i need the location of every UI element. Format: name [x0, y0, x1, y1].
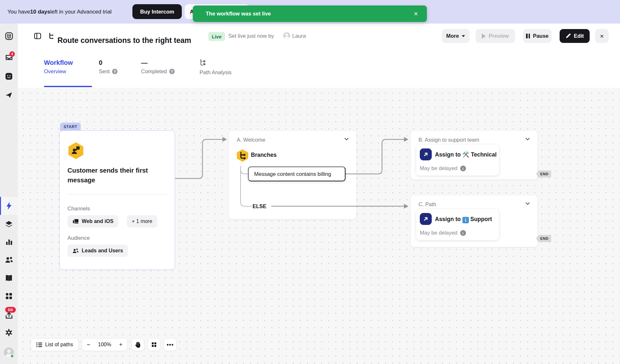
node-a-title: A. Welcome [237, 137, 265, 143]
workflow-type-icon [48, 32, 55, 41]
delay-text: May be delayed [420, 165, 458, 171]
node-c-title: C. Path [418, 201, 436, 207]
sidebar-item-home[interactable] [0, 32, 18, 41]
assign-step-card[interactable]: Assign to 🛠️ Technical May be delayedi [416, 145, 499, 176]
tab-workflow-overview[interactable]: Workflow Overview [44, 59, 73, 75]
sidebar-item-apps[interactable] [0, 291, 18, 300]
channel-chip-label: Web and iOS [82, 218, 113, 224]
app-sidebar: 4 5/6 [0, 24, 18, 364]
info-emoji: i [462, 217, 469, 223]
trial-days-left: 10 days [30, 9, 50, 15]
team-name: Technical [471, 151, 496, 158]
sidebar-item-outbound-send[interactable] [0, 90, 18, 99]
trial-banner-text: You have 10 days left in your Advanced t… [7, 0, 112, 24]
tab-bottom-label: Path Analysis [200, 69, 232, 76]
sidebar-item-automation[interactable] [0, 201, 18, 210]
info-icon[interactable]: i [460, 230, 466, 236]
assign-step-card[interactable]: Assign to i Support May be delayedi [416, 209, 499, 240]
pause-button[interactable]: Pause [523, 29, 552, 43]
avatar-head-glyph [7, 349, 11, 353]
inbox-count-badge: 4 [9, 51, 15, 57]
close-workflow-button[interactable]: × [595, 29, 609, 43]
sidebar-item-knowledge-base[interactable] [0, 274, 18, 283]
pause-icon [526, 34, 530, 38]
gear-icon [5, 329, 13, 337]
team-name: Support [470, 216, 492, 222]
tab-bottom-label: Sent [99, 68, 110, 75]
first-message-trigger-icon [67, 142, 84, 160]
toast-message: The workflow was set live [206, 11, 271, 17]
tab-path-analysis[interactable]: Path Analysis [200, 59, 232, 76]
sidebar-item-reports[interactable] [0, 238, 18, 247]
intercom-workflow-window: You have 10 days left in your Advanced t… [0, 0, 620, 364]
sidebar-item-inbox[interactable] [0, 53, 18, 62]
zoom-out-button[interactable]: − [82, 341, 95, 349]
chevron-down-icon[interactable] [525, 201, 530, 207]
people-icon [5, 256, 13, 264]
preview-button[interactable]: Preview [476, 29, 515, 43]
start-badge: START [60, 123, 81, 131]
chevron-down-icon[interactable] [344, 136, 349, 143]
start-node-title: Customer sends their first message [67, 166, 164, 185]
pause-button-label: Pause [533, 33, 549, 39]
tab-bottom-label: Completed [141, 68, 167, 75]
assign-step-label: Assign to i Support [435, 216, 492, 223]
live-status-badge: Live [208, 32, 225, 41]
toast-close-button[interactable]: × [410, 5, 422, 22]
more-channels-chip[interactable]: + 1 more [127, 215, 157, 228]
chevron-down-icon[interactable] [525, 136, 530, 143]
online-status-dot [10, 354, 14, 358]
branch-condition-chip[interactable]: Message content contains billing [248, 167, 346, 181]
preview-button-label: Preview [489, 33, 509, 39]
grid-view-button[interactable] [148, 338, 160, 351]
trial-text-suffix: left in your Advanced trial [50, 9, 112, 15]
delay-warning: May be delayedi [420, 230, 466, 236]
assign-arrow-icon [420, 148, 432, 160]
sidebar-item-knowledge-layers[interactable] [0, 219, 18, 228]
info-icon[interactable]: i [460, 166, 466, 171]
buy-intercom-button[interactable]: Buy Intercom [132, 4, 182, 19]
else-branch-label: ELSE [253, 203, 266, 209]
panel-toggle-icon [34, 32, 41, 40]
workflow-canvas[interactable]: START Customer sends their first message… [18, 88, 620, 364]
zoom-control: − 100% + [82, 338, 128, 351]
edit-button[interactable]: Edit [560, 29, 590, 43]
page-title: Route conversations to the right team [57, 36, 191, 45]
tab-completed[interactable]: — Completed? [141, 59, 175, 75]
author-name: Laura [292, 33, 306, 39]
tab-bottom-label: Overview [44, 68, 66, 75]
node-b-assign-support[interactable]: B. Assign to support team Assign to 🛠️ T… [410, 130, 538, 180]
sidebar-item-settings[interactable] [0, 328, 18, 337]
book-icon [5, 274, 13, 282]
tab-sent[interactable]: 0 Sent? [99, 59, 118, 75]
help-icon[interactable]: ? [112, 69, 118, 74]
apps-grid-icon [5, 292, 13, 300]
list-of-paths-label: List of paths [45, 342, 73, 348]
active-tab-underline [44, 86, 92, 87]
sidebar-item-messenger[interactable] [0, 72, 18, 81]
help-icon[interactable]: ? [169, 69, 175, 74]
branches-step-icon [236, 149, 249, 162]
sidebar-item-contacts[interactable] [0, 255, 18, 264]
node-c-path[interactable]: C. Path Assign to i Support May be delay… [410, 195, 538, 247]
list-of-paths-button[interactable]: List of paths [31, 338, 78, 351]
sidebar-toggle-button[interactable] [34, 32, 41, 41]
audience-chip[interactable]: Leads and Users [67, 245, 128, 257]
tab-top-label: Workflow [44, 59, 73, 66]
trial-text-prefix: You have [7, 9, 30, 15]
channel-chip-web-ios[interactable]: Web and iOS [67, 215, 118, 228]
messenger-icon [5, 72, 13, 80]
audience-label: Audience [67, 235, 90, 241]
grid-icon [151, 342, 157, 347]
assign-step-label: Assign to 🛠️ Technical [435, 151, 497, 158]
pan-tool-button[interactable] [131, 338, 144, 351]
pencil-icon [565, 33, 571, 39]
bar-chart-icon [5, 238, 13, 246]
play-icon [482, 34, 486, 39]
zoom-in-button[interactable]: + [114, 341, 127, 349]
start-node-card[interactable]: Customer sends their first message Chann… [59, 130, 175, 270]
more-button[interactable]: More [442, 29, 470, 43]
zoom-level: 100% [95, 342, 114, 348]
paper-plane-icon [5, 91, 13, 99]
canvas-more-button[interactable]: ••• [164, 338, 177, 351]
